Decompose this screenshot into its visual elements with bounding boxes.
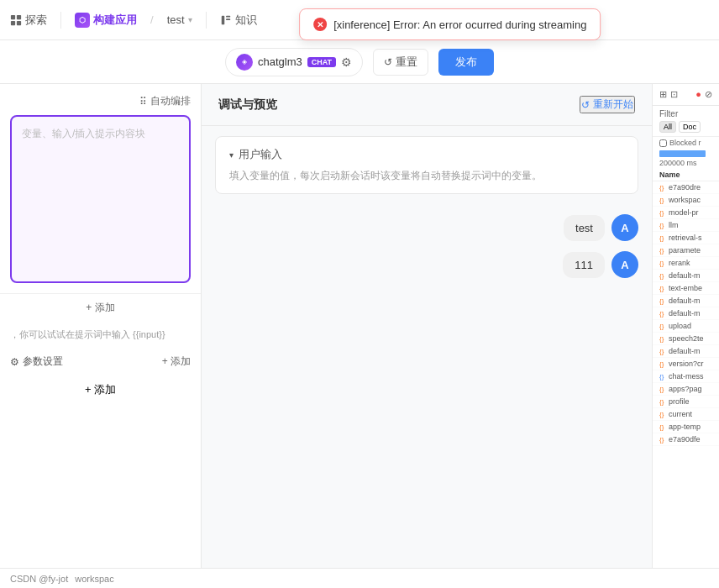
error-banner: ✕ [xinference] Error: An error ocurred d… [299,8,601,40]
avatar-2: A [611,251,638,278]
item-dot-11: {} [659,323,666,329]
user-input-title: 用户输入 [239,147,282,162]
nav-test[interactable]: test ▾ [167,13,192,26]
model-bar: ◈ chatglm3 CHAT ⚙ ↺ 重置 发布 [0,40,719,84]
svg-rect-1 [17,14,21,18]
item-dot-16: {} [659,386,666,392]
settings-icon[interactable]: ⚙ [341,55,352,69]
network-item-2[interactable]: {} model-pr [653,207,719,219]
user-input-section: ▾ 用户输入 填入变量的值，每次启动新会话时该变量将自动替换提示词中的变量。 [215,136,638,194]
network-item-14[interactable]: {} version?cr [653,358,719,370]
item-dot-9: {} [659,297,666,304]
network-item-11[interactable]: {} upload [653,320,719,333]
add-button-1[interactable]: + 添加 [0,294,201,322]
item-dot-0: {} [659,184,666,191]
chat-message-1: test A [215,214,638,241]
svg-rect-6 [226,18,230,20]
prompt-block[interactable]: 变量、输入/插入提示内容块 [10,115,191,283]
left-panel: ⠿ 自动编排 变量、输入/插入提示内容块 + 添加 ，你可以试试在提示词中输入 … [0,84,202,568]
chevron-down-icon: ▾ [229,150,234,160]
publish-button[interactable]: 发布 [438,49,494,76]
network-item-8[interactable]: {} text-embe [653,282,719,295]
filter-section: Filter All Doc [653,106,719,137]
item-dot-10: {} [659,310,666,317]
devtools-block-icon[interactable]: ⊘ [705,89,712,100]
grid-icon [10,14,22,26]
network-item-5[interactable]: {} paramete [653,244,719,257]
network-item-9[interactable]: {} default-m [653,295,719,307]
timing-label: 200000 ms [653,159,719,169]
restart-button[interactable]: ↺ 重新开始 [580,96,635,113]
preview-header: 调试与预览 ↺ 重新开始 [202,84,652,126]
network-item-7[interactable]: {} default-m [653,270,719,282]
nav-build[interactable]: ⬡ 构建应用 [75,13,137,28]
network-item-16[interactable]: {} apps?pag [653,383,719,396]
devtools-icons-2: ● ⊘ [695,89,712,100]
item-dot-4: {} [659,234,666,241]
item-dot-5: {} [659,247,666,254]
network-item-19[interactable]: {} app-temp [653,421,719,433]
network-item-13[interactable]: {} default-m [653,345,719,358]
nav-explore[interactable]: 探索 [10,13,47,28]
network-item-15[interactable]: {} chat-mess [653,370,719,383]
hint-text: ，你可以试试在提示词中输入 {{input}} [0,322,201,348]
message-bubble-1: test [564,215,605,241]
network-item-18[interactable]: {} current [653,408,719,421]
chat-message-2: 111 A [215,251,638,278]
auto-arrange-btn[interactable]: ⠿ 自动编排 [10,94,191,108]
workspace-label: workspac [75,574,113,584]
avatar-1: A [611,214,638,241]
network-item-20[interactable]: {} e7a90dfe [653,433,719,446]
item-dot-8: {} [659,285,666,291]
model-logo: ◈ [236,54,253,71]
item-dot-6: {} [659,260,666,266]
network-item-1[interactable]: {} workspac [653,194,719,207]
devtools-icon-2[interactable]: ⊡ [670,89,678,100]
bottom-add[interactable]: + 添加 [0,375,201,404]
network-item-3[interactable]: {} llm [653,219,719,232]
main-content: ⠿ 自动编排 变量、输入/插入提示内容块 + 添加 ，你可以试试在提示词中输入 … [0,84,719,568]
item-dot-12: {} [659,335,666,342]
center-panel: 调试与预览 ↺ 重新开始 ▾ 用户输入 填入变量的值，每次启动新会话时该变量将自… [202,84,652,568]
item-dot-20: {} [659,436,666,443]
add-button-2[interactable]: + 添加 [162,354,191,369]
network-item-17[interactable]: {} profile [653,396,719,408]
devtools-icon-1[interactable]: ⊞ [659,89,667,100]
filter-label: Filter [659,109,712,118]
reset-button[interactable]: ↺ 重置 [373,49,428,76]
chat-badge: CHAT [307,57,336,67]
filter-doc-button[interactable]: Doc [679,121,701,133]
item-dot-14: {} [659,360,666,367]
blocked-checkbox[interactable] [659,139,667,147]
blocked-label: Blocked r [669,139,701,147]
item-dot-19: {} [659,423,666,430]
nav-knowledge[interactable]: 知识 [220,13,257,28]
name-header: Name [653,169,719,181]
param-icon: ⚙ [10,356,19,368]
filter-all-button[interactable]: All [659,121,676,133]
svg-rect-0 [11,14,15,18]
breadcrumb-slash: / [150,13,154,26]
svg-rect-3 [17,20,21,24]
blocked-row: Blocked r [653,137,719,149]
prompt-section: ⠿ 自动编排 变量、输入/插入提示内容块 [0,84,201,294]
user-input-header[interactable]: ▾ 用户输入 [229,147,624,162]
network-item-6[interactable]: {} rerank [653,257,719,270]
param-label: ⚙ 参数设置 [10,354,63,369]
network-item-4[interactable]: {} retrieval-s [653,232,719,244]
user-input-desc: 填入变量的值，每次启动新会话时该变量将自动替换提示词中的变量。 [229,169,624,183]
network-item-0[interactable]: {} e7a90dre [653,181,719,194]
knowledge-icon [220,14,232,26]
restart-icon: ↺ [581,99,590,111]
model-selector[interactable]: ◈ chatglm3 CHAT ⚙ [225,48,363,76]
param-section[interactable]: ⚙ 参数设置 + 添加 [0,348,201,375]
preview-title: 调试与预览 [218,97,277,113]
refresh-icon: ↺ [384,56,392,68]
right-panel: ⊞ ⊡ ● ⊘ Filter All Doc Blocked r 200000 … [652,84,719,568]
bottom-bar: CSDN @fy-jot workspac [0,568,719,588]
prompt-placeholder: 变量、输入/插入提示内容块 [22,128,145,139]
network-item-12[interactable]: {} speech2te [653,333,719,345]
network-list: {} e7a90dre {} workspac {} model-pr {} l… [653,181,719,568]
network-item-10[interactable]: {} default-m [653,307,719,320]
devtools-record-icon[interactable]: ● [695,89,701,100]
